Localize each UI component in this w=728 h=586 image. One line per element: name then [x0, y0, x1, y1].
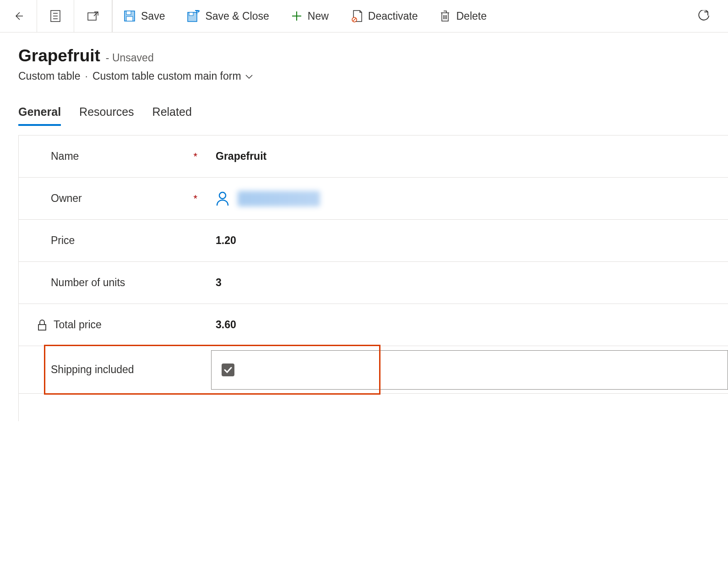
page-header: Grapefruit - Unsaved Custom table · Cust…	[0, 33, 728, 87]
owner-label: Owner	[51, 192, 82, 205]
shipping-checkbox[interactable]	[222, 364, 234, 376]
person-icon	[216, 191, 229, 206]
new-button[interactable]: New	[280, 0, 340, 32]
trash-icon	[440, 10, 451, 22]
tab-resources[interactable]: Resources	[79, 105, 134, 126]
form-list-button[interactable]	[37, 0, 74, 32]
field-row-price: Price 1.20	[19, 220, 728, 262]
field-row-shipping: Shipping included	[19, 346, 728, 394]
deactivate-label: Deactivate	[368, 10, 418, 22]
entity-name: Custom table	[18, 70, 81, 82]
owner-value-redacted	[238, 191, 320, 206]
price-value: 1.20	[216, 234, 236, 247]
save-close-label: Save & Close	[205, 10, 269, 22]
name-label: Name	[51, 150, 79, 163]
deactivate-button[interactable]: Deactivate	[340, 0, 429, 32]
svg-rect-9	[189, 12, 193, 16]
svg-rect-7	[126, 16, 133, 21]
form-body: Name * Grapefruit Owner * Price 1.20 Num…	[18, 135, 728, 421]
owner-lookup[interactable]	[211, 191, 728, 206]
field-row-owner: Owner *	[19, 178, 728, 220]
price-input[interactable]: 1.20	[211, 234, 728, 247]
field-row-name: Name * Grapefruit	[19, 136, 728, 178]
new-label: New	[308, 10, 329, 22]
tab-list: General Resources Related	[0, 87, 728, 126]
form-selector[interactable]: Custom table custom main form	[92, 70, 253, 82]
field-row-units: Number of units 3	[19, 262, 728, 304]
deactivate-icon	[351, 10, 363, 22]
save-label: Save	[141, 10, 165, 22]
save-status: - Unsaved	[106, 52, 154, 64]
refresh-button[interactable]	[687, 0, 728, 32]
field-row-total-price: Total price 3.60	[19, 304, 728, 346]
save-icon	[124, 10, 136, 22]
save-close-icon	[187, 10, 200, 22]
units-input[interactable]: 3	[211, 277, 728, 289]
delete-label: Delete	[456, 10, 486, 22]
name-value: Grapefruit	[216, 150, 266, 163]
lock-icon	[37, 319, 47, 331]
back-button[interactable]	[0, 0, 37, 32]
svg-rect-4	[88, 13, 96, 20]
price-label: Price	[51, 234, 75, 247]
save-button[interactable]: Save	[113, 0, 176, 32]
units-label: Number of units	[51, 277, 125, 289]
checkmark-icon	[224, 367, 232, 373]
required-indicator: *	[193, 151, 197, 163]
delete-button[interactable]: Delete	[429, 0, 497, 32]
svg-point-14	[219, 192, 226, 199]
total-value-readonly: 3.60	[211, 319, 728, 331]
record-title: Grapefruit	[18, 46, 100, 65]
tab-related[interactable]: Related	[152, 105, 192, 126]
required-indicator: *	[193, 193, 197, 205]
shipping-label: Shipping included	[51, 364, 134, 376]
list-icon	[50, 10, 61, 22]
separator-dot: ·	[85, 70, 88, 82]
shipping-checkbox-wrapper[interactable]	[211, 350, 728, 390]
popout-icon	[87, 11, 99, 21]
tab-general[interactable]: General	[18, 105, 61, 126]
name-input[interactable]: Grapefruit	[211, 150, 728, 163]
plus-icon	[291, 11, 302, 22]
popout-button[interactable]	[74, 0, 112, 32]
command-bar: Save Save & Close New Deactivate Delete	[0, 0, 728, 33]
total-label: Total price	[54, 319, 102, 331]
refresh-icon	[698, 10, 710, 22]
back-arrow-icon	[13, 11, 24, 22]
total-value: 3.60	[216, 319, 236, 331]
form-name: Custom table custom main form	[92, 70, 241, 82]
chevron-down-icon	[245, 74, 253, 79]
svg-rect-6	[126, 11, 131, 15]
save-close-button[interactable]: Save & Close	[176, 0, 280, 32]
units-value: 3	[216, 277, 222, 289]
svg-rect-15	[38, 325, 46, 330]
